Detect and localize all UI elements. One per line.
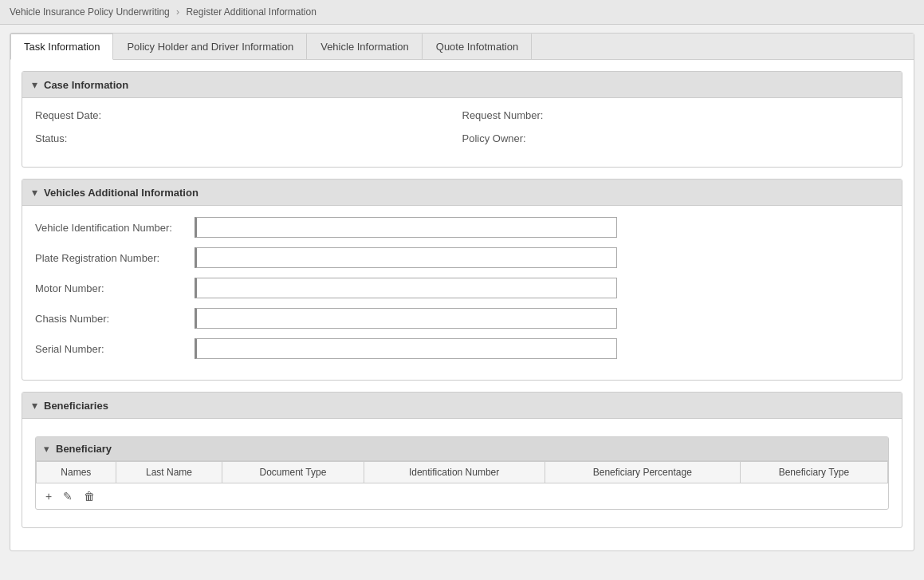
status-label: Status: [35,132,210,144]
beneficiaries-section: ▾ Beneficiaries ▾ Beneficiary [22,392,902,528]
beneficiary-subsection-title: Beneficiary [56,443,112,455]
edit-row-button[interactable]: ✎ [60,488,76,504]
plate-label: Plate Registration Number: [35,252,195,264]
breadcrumb-separator: › [176,6,179,18]
beneficiary-table-container: Names Last Name Document Type [36,461,888,509]
plate-row: Plate Registration Number: [35,247,889,268]
beneficiary-subsection: ▾ Beneficiary Names [35,436,889,510]
motor-row: Motor Number: [35,278,889,298]
plate-input[interactable] [195,247,617,268]
chevron-down-icon-4: ▾ [44,443,49,455]
col-identification-number: Identification Number [364,462,545,483]
serial-input[interactable] [195,338,617,359]
motor-label: Motor Number: [35,282,195,294]
beneficiaries-title: Beneficiaries [44,400,108,412]
case-information-title: Case Information [44,79,128,91]
add-row-button[interactable]: + [42,488,55,504]
vin-label: Vehicle Identification Number: [35,222,195,234]
table-actions: + ✎ 🗑 [36,483,888,509]
breadcrumb-part1: Vehicle Insurance Policy Underwriting [10,6,170,18]
beneficiaries-body: ▾ Beneficiary Names [22,419,902,527]
vehicles-additional-body: Vehicle Identification Number: Plate Reg… [22,206,902,380]
trash-icon: 🗑 [84,490,95,503]
vin-row: Vehicle Identification Number: [35,217,889,238]
beneficiaries-header[interactable]: ▾ Beneficiaries [22,393,902,419]
edit-icon: ✎ [63,490,73,503]
col-names: Names [37,462,116,483]
motor-input[interactable] [195,278,617,298]
col-last-name: Last Name [116,462,222,483]
case-information-header[interactable]: ▾ Case Information [22,72,902,98]
tab-task-information[interactable]: Task Information [10,34,113,60]
request-date-field: Request Date: [35,109,462,121]
chevron-down-icon-2: ▾ [32,186,37,199]
beneficiary-table: Names Last Name Document Type [36,461,888,483]
case-info-row-1: Request Date: Request Number: [35,109,889,121]
vehicles-additional-header[interactable]: ▾ Vehicles Additional Information [22,180,902,206]
vin-input[interactable] [195,217,617,238]
request-date-label: Request Date: [35,109,210,121]
tabs-header: Task Information Policy Holder and Drive… [10,34,914,60]
tab-policy-holder[interactable]: Policy Holder and Driver Information [113,34,307,59]
col-beneficiary-percentage: Beneficiary Percentage [545,462,740,483]
vehicles-additional-title: Vehicles Additional Information [44,187,199,199]
delete-row-button[interactable]: 🗑 [81,488,98,504]
chasis-row: Chasis Number: [35,308,889,329]
chasis-input[interactable] [195,308,617,329]
serial-row: Serial Number: [35,338,889,359]
beneficiary-subsection-header[interactable]: ▾ Beneficiary [36,437,888,461]
chevron-down-icon-3: ▾ [32,399,37,412]
tab-quote-infotmation[interactable]: Quote Infotmation [423,34,532,59]
chasis-label: Chasis Number: [35,313,195,325]
case-info-row-2: Status: Policy Owner: [35,132,889,144]
request-number-field: Request Number: [462,109,890,121]
tab-vehicle-information[interactable]: Vehicle Information [307,34,423,59]
policy-owner-label: Policy Owner: [462,132,638,144]
top-bar: Vehicle Insurance Policy Underwriting › … [0,0,924,25]
status-field: Status: [35,132,462,144]
case-information-section: ▾ Case Information Request Date: Request… [22,71,902,168]
case-information-body: Request Date: Request Number: Status: [22,98,902,167]
col-document-type: Document Type [222,462,364,483]
col-beneficiary-type: Beneficiary Type [740,462,887,483]
serial-label: Serial Number: [35,343,195,355]
breadcrumb-part2: Register Additional Information [186,6,316,18]
chevron-down-icon: ▾ [32,78,37,91]
vehicles-additional-section: ▾ Vehicles Additional Information Vehicl… [22,179,902,381]
policy-owner-field: Policy Owner: [462,132,890,144]
tab-content: ▾ Case Information Request Date: Request… [10,60,914,550]
request-number-label: Request Number: [462,109,638,121]
